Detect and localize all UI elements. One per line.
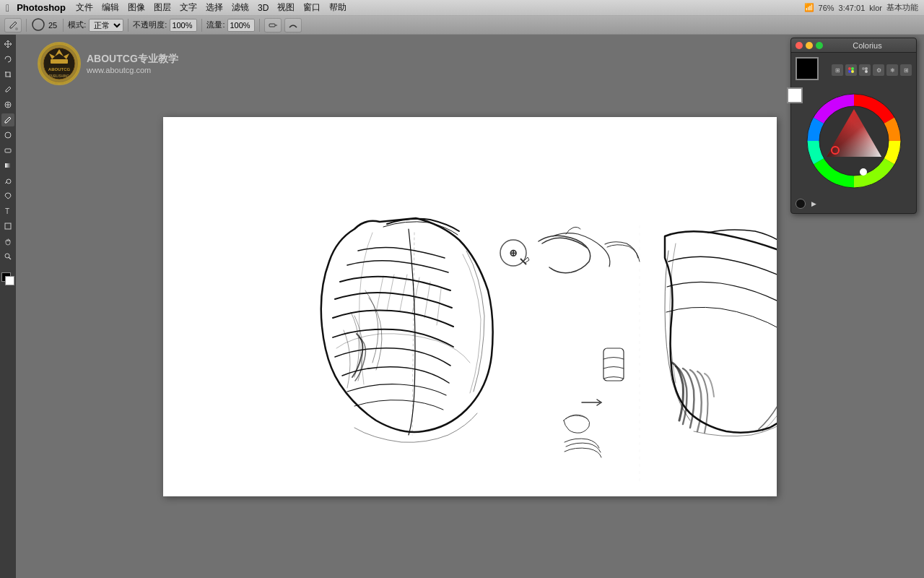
menu-image[interactable]: 图像: [128, 1, 145, 14]
foreground-color-swatch[interactable]: [796, 57, 819, 80]
svg-text:T: T: [5, 207, 9, 215]
watermark-logo: ABOUTCG PUBLISHING: [38, 42, 81, 85]
brush-size-label: [31, 17, 45, 33]
flow-label: 流量:: [206, 20, 225, 30]
tool-eyedropper[interactable]: [1, 83, 14, 96]
tool-shape[interactable]: [1, 220, 14, 233]
color-swatches[interactable]: [796, 57, 826, 83]
colorius-titlebar: Colorius: [791, 38, 916, 53]
svg-point-32: [862, 67, 865, 70]
separator-2: [63, 19, 64, 32]
opacity-label: 不透明度:: [133, 20, 167, 30]
toolbar: 25 模式: 正常 不透明度: 流量:: [0, 16, 924, 35]
canvas-area[interactable]: ABOUTCG PUBLISHING ABOUTCG专业教学 www.about…: [16, 35, 924, 578]
mode-select[interactable]: 正常: [89, 19, 123, 32]
separator-5: [259, 19, 260, 32]
svg-point-35: [865, 70, 868, 73]
tool-dodge[interactable]: [1, 174, 14, 187]
svg-point-34: [862, 70, 865, 73]
opacity-input[interactable]: [170, 19, 197, 32]
play-btn[interactable]: ▶: [808, 199, 819, 209]
svg-rect-26: [603, 348, 624, 381]
svg-line-15: [9, 257, 11, 259]
menu-edit[interactable]: 编辑: [102, 1, 119, 14]
menu-select[interactable]: 选择: [206, 1, 223, 14]
panel-min-btn[interactable]: [806, 42, 813, 49]
mode-label: 模式:: [68, 20, 86, 30]
tool-eraser[interactable]: [1, 144, 14, 157]
color-wheel-container[interactable]: [800, 87, 908, 195]
panel-close-btn[interactable]: [796, 42, 803, 49]
svg-point-0: [15, 27, 18, 30]
color-wheel-svg: [800, 87, 908, 195]
svg-rect-13: [5, 223, 11, 229]
tool-brush[interactable]: [1, 113, 14, 126]
separator-1: [26, 19, 27, 32]
menu-text[interactable]: 文字: [180, 1, 197, 14]
tool-heal[interactable]: [1, 98, 14, 111]
panel-max-btn[interactable]: [816, 42, 823, 49]
harmony-icon[interactable]: ⊞: [832, 64, 843, 76]
palette-icon2[interactable]: [859, 64, 871, 76]
svg-point-7: [5, 132, 11, 138]
svg-text:⊕: ⊕: [509, 248, 518, 259]
tool-zoom[interactable]: [1, 250, 14, 263]
left-tool-panel: T: [0, 35, 16, 578]
svg-point-1: [32, 19, 44, 30]
bottom-controls-row: ▶: [796, 199, 912, 209]
menu-layer[interactable]: 图层: [154, 1, 171, 14]
watermark-text: ABOUTCG专业教学 www.aboutcg.com: [87, 53, 178, 74]
svg-text:PUBLISHING: PUBLISHING: [49, 74, 69, 78]
menu-help[interactable]: 帮助: [329, 1, 346, 14]
colorius-icons-row: ⊞ ⚙ ❄ ⊞: [832, 64, 912, 76]
menu-bar:  Photoshop 文件 编辑 图像 图层 文字 选择 滤镜 3D 视图 窗…: [0, 0, 924, 16]
workspace-label: 基本功能: [886, 2, 918, 13]
small-black-swatch[interactable]: [796, 199, 806, 209]
app-name: Photoshop: [17, 2, 66, 13]
palette-icon1[interactable]: [845, 64, 857, 76]
tool-hand[interactable]: [1, 235, 14, 248]
svg-rect-9: [5, 163, 11, 168]
svg-rect-8: [5, 149, 11, 152]
clock: 3:47:01: [839, 4, 866, 12]
expand-icon[interactable]: ⊞: [900, 64, 912, 76]
artwork-svg: ⊕: [163, 117, 777, 496]
tool-crop[interactable]: [1, 68, 14, 81]
colorius-top-row: ⊞ ⚙ ❄ ⊞: [796, 57, 912, 83]
menu-filter[interactable]: 滤镜: [232, 1, 249, 14]
svg-text:ABOUTCG: ABOUTCG: [48, 67, 71, 72]
menu-file[interactable]: 文件: [76, 1, 93, 14]
tool-clone[interactable]: [1, 129, 14, 142]
settings-icon[interactable]: ⚙: [873, 64, 884, 76]
main-area: T: [0, 35, 924, 578]
tool-gradient[interactable]: [1, 159, 14, 172]
battery-status: 76%: [819, 4, 834, 12]
tool-lasso[interactable]: [1, 53, 14, 66]
drawing-canvas[interactable]: ⊕: [163, 117, 777, 496]
tool-move[interactable]: [1, 38, 14, 51]
brush-tool-btn[interactable]: [4, 18, 22, 33]
tool-text[interactable]: T: [1, 204, 14, 217]
foreground-swatch[interactable]: [1, 272, 14, 285]
brush-size-value: 25: [48, 21, 57, 30]
svg-point-33: [865, 67, 868, 70]
airbrush-btn[interactable]: [264, 18, 282, 33]
snowflake-icon[interactable]: ❄: [886, 64, 898, 76]
flow-input[interactable]: [227, 19, 255, 32]
panel-title: Colorius: [823, 41, 912, 50]
menu-3d[interactable]: 3D: [258, 3, 269, 13]
colorius-panel: Colorius ⊞: [790, 38, 917, 214]
colorius-body: ⊞ ⚙ ❄ ⊞: [791, 53, 916, 213]
apple-logo: : [6, 2, 9, 14]
svg-rect-2: [269, 24, 275, 27]
menu-view[interactable]: 视图: [277, 1, 295, 14]
menu-window[interactable]: 窗口: [303, 1, 321, 14]
svg-point-28: [848, 67, 851, 70]
smoothing-btn[interactable]: [284, 18, 302, 33]
wifi-icon: 📶: [804, 3, 814, 12]
separator-4: [201, 19, 202, 32]
tool-pen[interactable]: [1, 189, 14, 202]
watermark: ABOUTCG PUBLISHING ABOUTCG专业教学 www.about…: [38, 42, 178, 85]
svg-point-30: [848, 70, 851, 73]
svg-point-31: [851, 70, 854, 73]
